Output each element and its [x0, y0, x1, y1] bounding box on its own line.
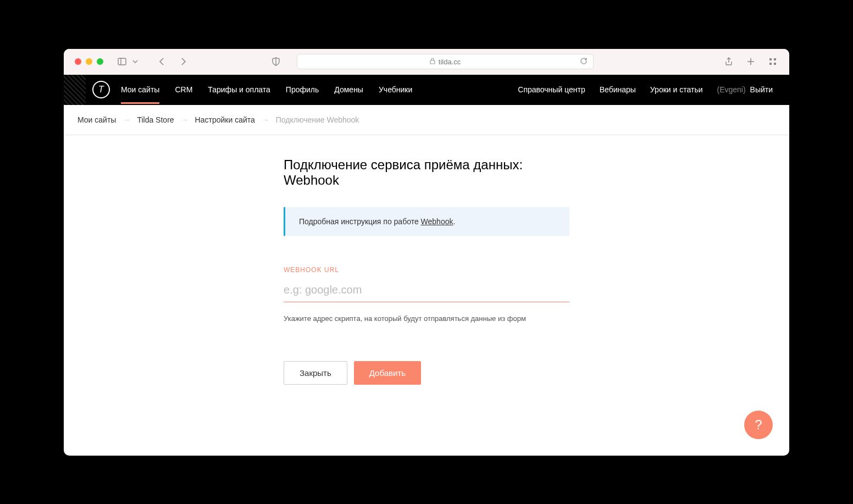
button-row: Закрыть Добавить [284, 361, 569, 385]
tilda-logo[interactable]: T [92, 81, 110, 98]
page-content: Подключение сервиса приёма данных: Webho… [284, 135, 569, 407]
nav-tariffs[interactable]: Тарифы и оплата [208, 75, 270, 104]
info-box: Подробная инструкция по работе Webhook. [284, 207, 569, 236]
browser-toolbar: tilda.cc [64, 49, 789, 75]
help-fab[interactable]: ? [744, 411, 773, 439]
field-label: WEBHOOK URL [284, 266, 569, 274]
sidebar-icon[interactable] [117, 56, 128, 67]
lock-icon [430, 58, 435, 66]
nav-webinars[interactable]: Вебинары [600, 85, 636, 94]
sidebar-toggle-group [117, 56, 141, 67]
breadcrumb-arrow-icon: → [181, 115, 189, 124]
new-tab-icon[interactable] [745, 56, 756, 67]
back-button[interactable] [156, 56, 167, 67]
nav-help-center[interactable]: Справочный центр [518, 85, 585, 94]
nav-my-sites[interactable]: Мои сайты [121, 75, 159, 104]
tabs-overview-icon[interactable] [767, 56, 778, 67]
svg-rect-7 [774, 63, 776, 65]
user-info: (Evgeni) Выйти [717, 85, 773, 94]
breadcrumb-arrow-icon: → [123, 115, 130, 124]
forward-button[interactable] [178, 56, 189, 67]
minimize-window-button[interactable] [86, 58, 92, 65]
nav-profile[interactable]: Профиль [286, 75, 319, 104]
breadcrumb-item[interactable]: Tilda Store [137, 115, 174, 124]
address-bar[interactable]: tilda.cc [297, 54, 594, 69]
breadcrumb-arrow-icon: → [262, 115, 269, 124]
info-text: Подробная инструкция по работе [299, 217, 421, 226]
page-title: Подключение сервиса приёма данных: Webho… [284, 157, 569, 188]
close-button[interactable]: Закрыть [284, 361, 347, 385]
svg-rect-3 [430, 60, 435, 64]
secondary-nav: Справочный центр Вебинары Уроки и статьи… [518, 85, 789, 94]
breadcrumb: Мои сайты → Tilda Store → Настройки сайт… [64, 105, 789, 135]
navigation-arrows [156, 56, 189, 67]
svg-rect-4 [769, 58, 772, 60]
help-text: Укажите адрес скрипта, на который будут … [284, 314, 569, 323]
nav-crm[interactable]: CRM [175, 75, 192, 104]
info-suffix: . [453, 217, 455, 226]
webhook-url-input[interactable] [284, 280, 569, 302]
nav-articles[interactable]: Уроки и статьи [650, 85, 703, 94]
breadcrumb-item[interactable]: Мои сайты [77, 115, 116, 124]
maximize-window-button[interactable] [97, 58, 103, 65]
header-pattern [64, 75, 86, 105]
svg-rect-5 [774, 58, 776, 60]
nav-domains[interactable]: Домены [334, 75, 363, 104]
user-name: (Evgeni) [717, 85, 746, 94]
logout-link[interactable]: Выйти [750, 85, 773, 94]
close-window-button[interactable] [75, 58, 81, 65]
chevron-down-icon[interactable] [130, 56, 141, 67]
nav-tutorials[interactable]: Учебники [379, 75, 412, 104]
browser-window: tilda.cc T Мои сайты CRM Тарифы и оплата… [64, 49, 789, 456]
traffic-lights [75, 58, 103, 65]
share-icon[interactable] [723, 56, 734, 67]
browser-right-controls [723, 56, 778, 67]
main-nav: Мои сайты CRM Тарифы и оплата Профиль До… [121, 75, 412, 104]
app-header: T Мои сайты CRM Тарифы и оплата Профиль … [64, 75, 789, 105]
svg-rect-6 [769, 63, 772, 65]
shield-icon[interactable] [270, 56, 281, 67]
reload-icon[interactable] [580, 57, 588, 67]
breadcrumb-current: Подключение Webhook [276, 115, 359, 124]
breadcrumb-item[interactable]: Настройки сайта [195, 115, 255, 124]
svg-rect-0 [118, 58, 126, 65]
url-text: tilda.cc [439, 58, 461, 66]
add-button[interactable]: Добавить [354, 361, 421, 385]
info-link[interactable]: Webhook [421, 217, 453, 226]
